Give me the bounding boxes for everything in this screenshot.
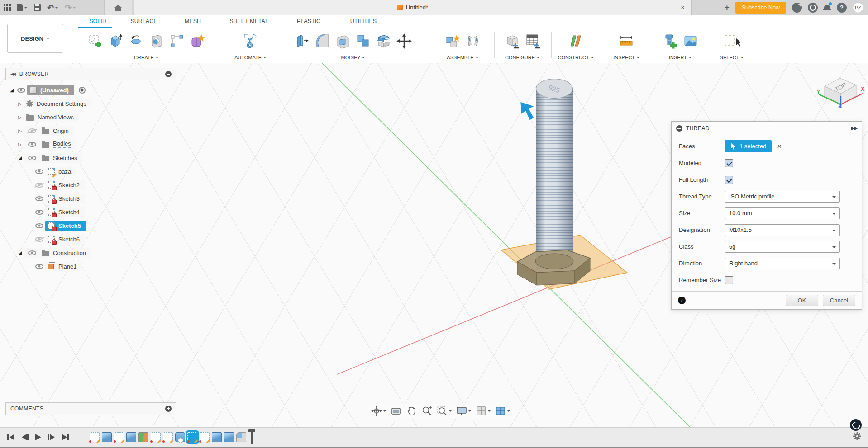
ok-button[interactable]: OK (786, 295, 818, 306)
step-back-button[interactable] (20, 433, 29, 442)
assistant-logo-button[interactable] (850, 419, 862, 431)
document-tab[interactable]: Untitled* × (134, 0, 692, 15)
expand-open-icon[interactable]: ◢ (16, 250, 24, 256)
collapse-panel-icon[interactable]: ◀◀ (10, 72, 15, 76)
tree-row-document-settings[interactable]: ▷ Document Settings (5, 97, 176, 110)
visibility-toggle[interactable] (33, 237, 45, 242)
full-length-checkbox[interactable] (725, 176, 733, 184)
timeline-item-sketch[interactable] (151, 432, 161, 442)
tab-utilities[interactable]: UTILITIES (350, 18, 377, 24)
timeline-item-extrude[interactable] (126, 432, 136, 442)
timeline-item-extrude[interactable] (102, 432, 112, 442)
play-button[interactable] (33, 433, 43, 442)
viewports-button[interactable] (494, 405, 511, 417)
split-body-button[interactable] (376, 33, 392, 49)
orbit-button[interactable] (370, 405, 387, 417)
grid-snap-button[interactable] (475, 405, 491, 417)
timeline-item-plane[interactable] (138, 432, 148, 442)
subscribe-now-button[interactable]: Subscribe Now (735, 2, 786, 14)
pattern-button[interactable] (169, 33, 185, 49)
undo-button[interactable]: ↶ (47, 4, 58, 12)
new-tab-button[interactable]: + (725, 3, 730, 13)
tree-row-bodies[interactable]: ▷ Bodies (5, 137, 176, 151)
tree-row-plane1[interactable]: Plane1 (5, 259, 176, 273)
joint-button[interactable] (465, 33, 481, 49)
user-avatar[interactable]: PZ (853, 2, 863, 13)
configure-button[interactable] (504, 33, 520, 49)
bolt-top-face[interactable]: 925 (536, 79, 573, 99)
press-pull-button[interactable] (294, 33, 310, 49)
group-label-assemble[interactable]: ASSEMBLE (447, 55, 478, 60)
new-component-button[interactable] (444, 33, 461, 49)
timeline-item-sketch-selected[interactable] (187, 432, 197, 442)
visibility-toggle[interactable] (33, 169, 45, 174)
tree-row-named-views[interactable]: ▷ Named Views (5, 110, 176, 124)
workspace-switcher[interactable]: DESIGN (7, 24, 63, 53)
tree-row-origin[interactable]: ▷ Origin (5, 124, 176, 137)
home-tab-button[interactable] (104, 0, 132, 15)
tree-row-sketches[interactable]: ◢ Sketches (5, 151, 176, 165)
cancel-button[interactable]: Cancel (823, 295, 855, 306)
modeled-checkbox[interactable] (725, 159, 733, 167)
visibility-toggle[interactable] (33, 223, 45, 228)
select-button[interactable] (724, 33, 740, 49)
tree-row-sketch-baza[interactable]: baza (5, 165, 176, 178)
redo-button[interactable]: ↷ (65, 4, 76, 12)
timeline-item-sketch[interactable] (114, 432, 124, 442)
group-label-construct[interactable]: CONSTRUCT (558, 55, 593, 60)
designation-dropdown[interactable]: M10x1.5 (725, 224, 840, 236)
look-at-button[interactable] (390, 405, 402, 417)
tree-row-sketch5-selected[interactable]: Sketch5 (5, 219, 176, 232)
visibility-toggle[interactable] (26, 156, 38, 160)
pan-button[interactable] (405, 405, 418, 417)
zoom-button[interactable] (420, 405, 433, 417)
visibility-toggle[interactable] (33, 264, 45, 269)
visibility-toggle[interactable] (26, 128, 38, 133)
move-copy-button[interactable] (396, 33, 412, 49)
tree-row-sketch3[interactable]: Sketch3 (5, 192, 176, 205)
go-to-end-button[interactable] (61, 433, 70, 442)
minimize-browser-icon[interactable] (165, 71, 172, 77)
timeline-item-extrude[interactable] (212, 432, 222, 442)
group-label-modify[interactable]: MODIFY (341, 55, 365, 60)
hole-button[interactable] (148, 33, 165, 49)
dock-panel-icon[interactable]: ▶▶ (851, 126, 857, 131)
view-cube[interactable]: Y X Z TOP (810, 61, 868, 120)
app-menu-button[interactable] (4, 4, 11, 11)
visibility-toggle[interactable] (33, 196, 45, 201)
tree-row-sketch4[interactable]: Sketch4 (5, 205, 176, 219)
direction-dropdown[interactable]: Right hand (725, 258, 840, 269)
create-form-button[interactable] (189, 33, 205, 49)
thread-dialog-header[interactable]: THREAD ▶▶ (672, 122, 862, 135)
close-tab-icon[interactable]: × (681, 0, 685, 15)
info-icon[interactable]: i (678, 297, 686, 304)
group-label-create[interactable]: CREATE (134, 55, 158, 60)
insert-fastener-button[interactable] (662, 33, 678, 49)
timeline-item-revolve[interactable] (175, 432, 185, 442)
timeline-item-extrude[interactable] (224, 432, 234, 442)
help-icon[interactable]: ? (837, 3, 847, 13)
class-dropdown[interactable]: 6g (725, 241, 840, 253)
activate-component-radio[interactable] (79, 87, 86, 94)
construct-plane-button[interactable] (568, 33, 584, 49)
clear-selection-icon[interactable]: × (777, 142, 782, 151)
timeline-item-sketch[interactable] (163, 432, 173, 442)
tab-mesh[interactable]: MESH (185, 18, 201, 24)
go-to-start-button[interactable] (6, 433, 15, 442)
zoom-window-button[interactable] (436, 405, 453, 417)
visibility-toggle[interactable] (26, 142, 38, 147)
tree-row-sketch6[interactable]: Sketch6 (5, 232, 176, 246)
browser-header[interactable]: ◀◀ BROWSER (5, 68, 176, 80)
expand-closed-icon[interactable]: ▷ (16, 115, 24, 120)
timeline-settings-gear-icon[interactable] (853, 432, 862, 443)
expand-closed-icon[interactable]: ▷ (16, 128, 24, 133)
faces-selection-button[interactable]: 1 selected (725, 140, 772, 152)
display-settings-button[interactable] (455, 405, 472, 417)
save-button[interactable] (34, 4, 41, 11)
visibility-toggle[interactable] (26, 250, 38, 255)
tab-solid[interactable]: SOLID (89, 18, 106, 24)
tab-surface[interactable]: SURFACE (130, 18, 157, 24)
revolve-button[interactable] (128, 33, 144, 49)
group-label-inspect[interactable]: INSPECT (613, 55, 639, 60)
tree-row-root-component[interactable]: ◢ (Unsaved) (5, 83, 176, 97)
